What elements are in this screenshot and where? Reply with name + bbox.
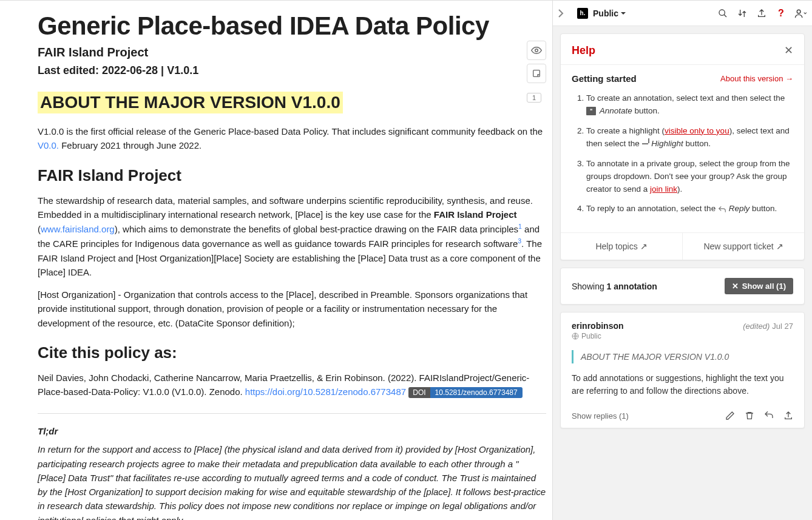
sidebar-topbar: h. Public ? (553, 1, 812, 26)
tldr-body: In return for the support and access to … (38, 442, 546, 520)
hypothesis-logo-icon: h. (577, 8, 588, 19)
reply-mini-icon (718, 206, 726, 213)
intro-paragraph: V1.0.0 is the first official release of … (38, 124, 546, 153)
svg-point-3 (797, 10, 800, 13)
close-help-button[interactable]: ✕ (784, 44, 793, 57)
search-icon[interactable] (716, 7, 729, 20)
fair-paragraph: The stewardship of research data, materi… (38, 194, 546, 280)
annotation-quote: ABOUT THE MAJOR VERSION V1.0.0 (572, 350, 793, 363)
toggle-visibility-button[interactable] (527, 41, 546, 60)
list-item: To create an annotation, select text and… (586, 92, 793, 118)
annotation-sidebar: h. Public ? Help ✕ Getting started About… (552, 1, 812, 520)
help-steps-list: To create an annotation, select text and… (561, 90, 804, 233)
about-version-link[interactable]: About this version → (720, 74, 793, 83)
page-title: Generic Place-based IDEA Data Policy (38, 12, 546, 41)
edit-annotation-button[interactable] (725, 411, 735, 420)
user-menu-icon[interactable] (794, 7, 807, 20)
show-replies-link[interactable]: Show replies (1) (572, 411, 629, 420)
annotate-mini-icon: ❝ (586, 107, 596, 115)
annotation-date: (edited)Jul 27 (743, 322, 793, 331)
list-item: To annotate in a private group, select t… (586, 158, 793, 196)
show-all-button[interactable]: ✕Show all (1) (725, 278, 793, 294)
collapse-sidebar-button[interactable] (558, 9, 572, 18)
list-item: To create a highlight (visible only to y… (586, 125, 793, 150)
annotation-count-badge[interactable]: 1 (527, 93, 541, 103)
doi-badge[interactable]: DOI10.5281/zenodo.6773487 (408, 387, 522, 399)
sidebar-toggles (527, 41, 546, 87)
link-doi[interactable]: https://doi.org/10.5281/zenodo.6773487 (245, 387, 406, 397)
reply-annotation-button[interactable] (764, 411, 774, 420)
globe-icon (572, 333, 579, 340)
share-annotation-button[interactable] (783, 411, 793, 420)
link-fairisland[interactable]: www.fairisland.org (41, 224, 115, 234)
divider (38, 413, 546, 414)
citation-paragraph: Neil Davies, John Chodacki, Catherine Na… (38, 371, 546, 399)
list-item: To reply to an annotation, select the Re… (586, 203, 793, 215)
tldr-heading: Tl;dr (38, 426, 546, 436)
annotation-body: To add annotations or suggestions, highl… (572, 372, 793, 397)
annotation-visibility: Public (572, 332, 793, 340)
getting-started-heading: Getting started (572, 73, 637, 84)
heading-major-version[interactable]: ABOUT THE MAJOR VERSION V1.0.0 (38, 92, 343, 113)
help-title: Help (572, 44, 595, 57)
help-topics-link[interactable]: Help topics ↗ (561, 233, 683, 260)
share-icon[interactable] (755, 7, 768, 20)
delete-annotation-button[interactable] (745, 411, 754, 420)
host-org-paragraph: [Host Organization] - Organization that … (38, 288, 546, 330)
showing-bar: Showing 1 annotation ✕Show all (1) (560, 268, 805, 305)
annotation-author[interactable]: erinrobinson (572, 321, 624, 331)
new-support-ticket-link[interactable]: New support ticket ↗ (683, 233, 804, 260)
link-v00[interactable]: V0.0. (38, 140, 59, 150)
highlight-mini-icon (642, 143, 648, 144)
subtitle: FAIR Island Project (38, 46, 546, 59)
svg-point-2 (719, 10, 725, 15)
close-icon: ✕ (732, 282, 739, 291)
visible-only-link[interactable]: visible only to you (665, 126, 729, 135)
svg-rect-1 (533, 70, 540, 77)
group-selector[interactable]: Public (593, 8, 626, 18)
annotation-card[interactable]: erinrobinson (edited)Jul 27 Public ABOUT… (560, 312, 805, 428)
heading-cite: Cite this policy as: (38, 343, 546, 362)
svg-point-0 (535, 49, 538, 52)
showing-text: Showing 1 annotation (572, 282, 657, 291)
join-link[interactable]: join link (650, 184, 677, 194)
toggle-notes-button[interactable] (527, 64, 546, 83)
last-edited: Last edited: 2022-06-28 | V1.0.1 (38, 64, 546, 77)
help-icon[interactable]: ? (774, 7, 788, 20)
sort-icon[interactable] (736, 7, 749, 20)
document-pane: Generic Place-based IDEA Data Policy FAI… (0, 1, 546, 520)
heading-fair-island: FAIR Island Project (38, 166, 546, 185)
help-panel: Help ✕ Getting started About this versio… (560, 33, 805, 260)
